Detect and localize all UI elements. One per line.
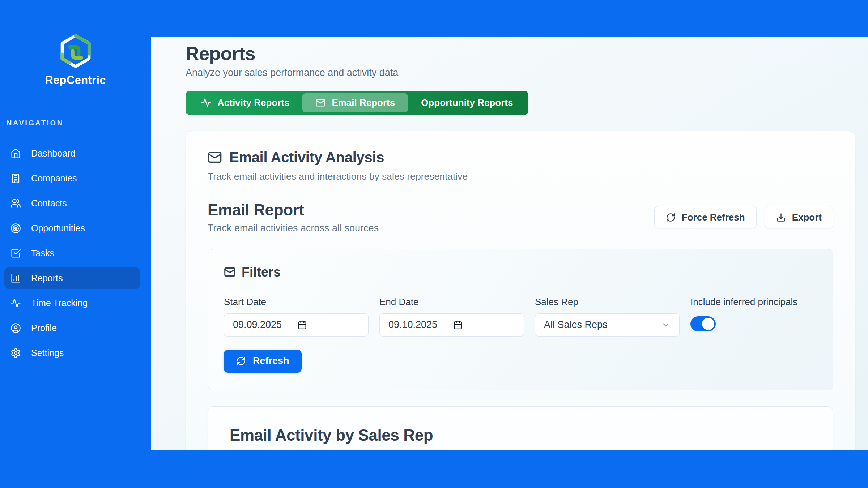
include-inferred-toggle[interactable] [690, 316, 716, 331]
tab-activity-reports[interactable]: Activity Reports [188, 93, 302, 112]
bar-chart-icon [10, 273, 21, 283]
sales-rep-select[interactable]: All Sales Reps [535, 313, 680, 337]
sidebar-item-label: Contacts [31, 198, 67, 209]
report-actions: Force Refresh Export [654, 206, 833, 228]
filter-grid: Start Date 09.09.2025 End Date 09.10.202… [224, 296, 817, 337]
force-refresh-button[interactable]: Force Refresh [654, 206, 757, 228]
sidebar-item-profile[interactable]: Profile [4, 317, 140, 339]
sidebar-item-label: Time Tracking [31, 298, 88, 308]
end-date-value: 09.10.2025 [388, 319, 437, 330]
calendar-icon[interactable] [298, 320, 307, 330]
sidebar-item-reports[interactable]: Reports [4, 267, 140, 289]
sidebar-item-dashboard[interactable]: Dashboard [4, 142, 140, 164]
tab-label: Email Reports [332, 97, 395, 108]
sidebar-item-contacts[interactable]: Contacts [4, 192, 140, 214]
brand-name: RepCentric [0, 74, 151, 87]
email-activity-by-rep-card: Email Activity by Sales Rep Summary of e… [208, 406, 833, 450]
app-root: RepCentric NAVIGATION Dashboard Companie… [0, 0, 868, 488]
sidebar-item-label: Reports [31, 273, 63, 283]
tab-label: Activity Reports [217, 97, 289, 108]
sidebar-item-label: Dashboard [31, 148, 75, 159]
sales-rep-value: All Sales Reps [544, 319, 608, 330]
start-date-input[interactable]: 09.09.2025 [224, 313, 369, 337]
page-title: Reports [186, 43, 855, 65]
include-inferred-label: Include inferred principals [690, 296, 817, 308]
check-square-icon [10, 248, 21, 258]
users-icon [10, 198, 21, 209]
analysis-title: Email Activity Analysis [229, 149, 384, 166]
report-subtitle: Track email activities across all source… [208, 223, 379, 234]
sidebar-item-companies[interactable]: Companies [4, 167, 140, 189]
export-button[interactable]: Export [765, 206, 833, 228]
main-content: Reports Analyze your sales performance a… [151, 37, 868, 450]
sidebar-item-opportunities[interactable]: Opportunities [4, 217, 140, 239]
mail-icon [315, 98, 326, 108]
sales-rep-field-group: Sales Rep All Sales Reps [535, 296, 680, 337]
include-inferred-field-group: Include inferred principals [690, 296, 817, 337]
activity-icon [10, 298, 21, 308]
tab-opportunity-reports[interactable]: Opportunity Reports [408, 93, 526, 112]
export-label: Export [792, 212, 822, 223]
nav-section-label: NAVIGATION [7, 119, 151, 127]
refresh-button[interactable]: Refresh [224, 350, 302, 373]
sidebar-item-label: Profile [31, 323, 57, 333]
sidebar-nav: Dashboard Companies Contacts Opportuniti… [0, 142, 151, 364]
gear-icon [10, 348, 21, 358]
sidebar-item-settings[interactable]: Settings [4, 342, 140, 364]
report-title: Email Report [208, 201, 379, 219]
filters-card: Filters Start Date 09.09.2025 End Dat [208, 249, 833, 390]
sidebar-item-label: Settings [31, 348, 64, 358]
toggle-knob [702, 318, 714, 330]
sidebar: RepCentric NAVIGATION Dashboard Companie… [0, 0, 151, 488]
brand-logo: RepCentric [0, 0, 151, 87]
calendar-icon[interactable] [453, 320, 463, 330]
filters-title: Filters [242, 265, 281, 280]
sidebar-item-tasks[interactable]: Tasks [4, 242, 140, 264]
building-icon [10, 173, 21, 184]
report-tabs: Activity Reports Email Reports Opportuni… [186, 91, 528, 115]
start-date-value: 09.09.2025 [233, 319, 282, 330]
end-date-input[interactable]: 09.10.2025 [379, 313, 524, 337]
refresh-label: Refresh [253, 355, 289, 367]
mail-icon [224, 266, 236, 278]
sales-rep-label: Sales Rep [535, 296, 680, 308]
home-icon [10, 148, 21, 159]
download-icon [776, 213, 786, 222]
refresh-icon [666, 213, 676, 222]
start-date-label: Start Date [224, 296, 369, 308]
activity-by-rep-title: Email Activity by Sales Rep [230, 426, 811, 444]
start-date-field-group: Start Date 09.09.2025 [224, 296, 369, 337]
email-activity-analysis-card: Email Activity Analysis Track email acti… [186, 131, 855, 450]
activity-by-rep-subtitle: Summary of email activities for each sal… [230, 449, 811, 450]
activity-icon [201, 98, 211, 108]
page-subtitle: Analyze your sales performance and activ… [186, 67, 855, 78]
tab-email-reports[interactable]: Email Reports [302, 93, 408, 112]
sidebar-item-label: Opportunities [31, 223, 85, 234]
end-date-field-group: End Date 09.10.2025 [379, 296, 524, 337]
user-circle-icon [10, 323, 21, 333]
end-date-label: End Date [379, 296, 524, 308]
refresh-icon [236, 356, 246, 366]
report-heading-block: Email Report Track email activities acro… [208, 201, 379, 234]
force-refresh-label: Force Refresh [682, 212, 745, 223]
analysis-subtitle: Track email activities and interactions … [208, 171, 833, 182]
chevron-down-icon [661, 320, 671, 330]
repcentric-logo-icon [58, 33, 93, 71]
sidebar-item-time-tracking[interactable]: Time Tracking [4, 292, 140, 314]
sidebar-item-label: Tasks [31, 248, 54, 258]
tab-label: Opportunity Reports [421, 97, 513, 108]
target-icon [10, 223, 21, 234]
sidebar-divider [0, 105, 151, 105]
sidebar-item-label: Companies [31, 173, 77, 184]
mail-icon [208, 150, 222, 164]
